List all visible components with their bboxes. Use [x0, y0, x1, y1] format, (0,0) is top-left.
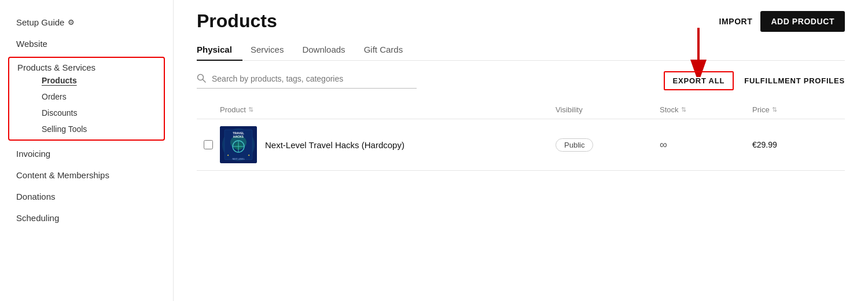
col-price: Price ⇅ — [752, 105, 845, 114]
import-button[interactable]: IMPORT — [719, 17, 753, 26]
products-table: Product ⇅ Visibility Stock ⇅ Price ⇅ — [197, 101, 845, 171]
price-sort-icon[interactable]: ⇅ — [772, 106, 777, 113]
product-thumbnail: TRAVEL HACKS ✦ ✦ NEXT-LEVEL — [220, 126, 257, 163]
stock-cell: ∞ — [660, 139, 752, 151]
tab-physical[interactable]: Physical — [197, 39, 242, 60]
svg-line-1 — [203, 79, 206, 82]
page-title: Products — [197, 10, 277, 32]
sidebar-sub-selling-tools[interactable]: Selling Tools — [17, 121, 156, 137]
sidebar-item-scheduling[interactable]: Scheduling — [0, 207, 173, 229]
fulfillment-profiles-button[interactable]: FULFILLMENT PROFILES — [744, 76, 845, 85]
toolbar-right: EXPORT ALL FULFILLMENT PROFILES — [664, 71, 845, 90]
svg-text:✦: ✦ — [227, 153, 229, 157]
visibility-badge: Public — [556, 138, 593, 152]
search-bar — [197, 74, 417, 89]
header-actions: IMPORT ADD PRODUCT — [719, 11, 845, 32]
setup-guide-icon: ⚙ — [68, 18, 75, 27]
sidebar-item-content-memberships[interactable]: Content & Memberships — [0, 164, 173, 186]
page-header: Products IMPORT ADD PRODUCT — [197, 0, 845, 39]
col-product: Product ⇅ — [220, 105, 556, 114]
tab-downloads[interactable]: Downloads — [302, 39, 355, 60]
add-product-button[interactable]: ADD PRODUCT — [760, 11, 845, 32]
tab-services[interactable]: Services — [251, 39, 295, 60]
row-checkbox[interactable] — [204, 140, 213, 149]
product-name: Next-Level Travel Hacks (Hardcopy) — [265, 140, 404, 150]
scheduling-label: Scheduling — [16, 213, 59, 223]
tab-gift-cards[interactable]: Gift Cards — [364, 39, 414, 60]
table-row: TRAVEL HACKS ✦ ✦ NEXT-LEVEL Next- — [197, 119, 845, 171]
invoicing-label: Invoicing — [16, 149, 50, 159]
sidebar-item-website[interactable]: Website — [0, 33, 173, 54]
website-label: Website — [16, 39, 47, 49]
product-tabs: Physical Services Downloads Gift Cards — [197, 39, 845, 61]
stock-value: ∞ — [660, 139, 667, 150]
sidebar-section-products-services[interactable]: Products & Services Products Orders Disc… — [8, 57, 165, 141]
sidebar-sub-products[interactable]: Products — [17, 72, 156, 89]
svg-text:NEXT-LEVEL: NEXT-LEVEL — [232, 158, 244, 160]
col-select — [197, 105, 220, 114]
sidebar-item-donations[interactable]: Donations — [0, 186, 173, 207]
setup-guide-label: Setup Guide — [16, 17, 64, 27]
sidebar-item-setup-guide[interactable]: Setup Guide ⚙ — [0, 12, 173, 33]
toolbar: EXPORT ALL FULFILLMENT PROFILES — [197, 61, 845, 96]
sidebar: Setup Guide ⚙ Website Products & Service… — [0, 0, 174, 301]
svg-text:HACKS: HACKS — [233, 135, 244, 138]
export-all-button[interactable]: EXPORT ALL — [664, 71, 734, 90]
svg-text:✦: ✦ — [248, 153, 250, 157]
search-input[interactable] — [212, 74, 417, 83]
export-arrow-area: EXPORT ALL — [664, 71, 734, 90]
table-header: Product ⇅ Visibility Stock ⇅ Price ⇅ — [197, 101, 845, 119]
stock-sort-icon[interactable]: ⇅ — [681, 106, 686, 113]
products-services-label: Products & Services — [17, 63, 95, 72]
col-visibility: Visibility — [556, 105, 660, 114]
price-value: €29.99 — [752, 140, 777, 149]
visibility-cell: Public — [556, 138, 660, 152]
sidebar-sub-discounts[interactable]: Discounts — [17, 105, 156, 121]
content-memberships-label: Content & Memberships — [16, 170, 109, 180]
product-sort-icon[interactable]: ⇅ — [248, 106, 253, 113]
sidebar-item-invoicing[interactable]: Invoicing — [0, 143, 173, 164]
donations-label: Donations — [16, 192, 56, 201]
price-cell: €29.99 — [752, 140, 845, 149]
sidebar-sub-orders[interactable]: Orders — [17, 89, 156, 105]
main-content: Products IMPORT ADD PRODUCT Physical Ser… — [174, 0, 868, 301]
search-icon — [197, 74, 206, 85]
product-cell[interactable]: TRAVEL HACKS ✦ ✦ NEXT-LEVEL Next- — [220, 126, 556, 163]
col-stock: Stock ⇅ — [660, 105, 752, 114]
row-checkbox-cell — [197, 140, 220, 149]
